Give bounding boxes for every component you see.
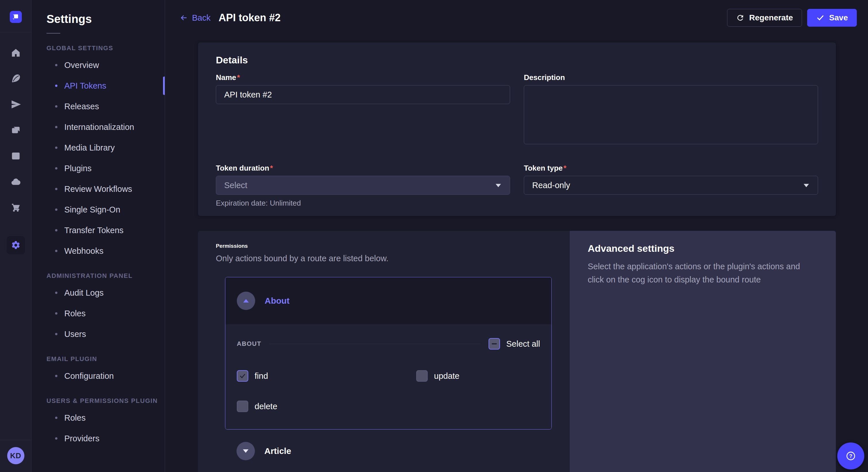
check-icon [816, 13, 825, 22]
permissions-title: Permissions [216, 243, 561, 249]
permission-checkbox-delete[interactable]: delete [237, 401, 416, 412]
bullet-icon [55, 375, 57, 377]
about-group-row: ABOUT Select all [237, 338, 540, 349]
advanced-settings-description: Select the application's actions or the … [588, 260, 818, 286]
sidebar-item-configuration[interactable]: Configuration [32, 366, 165, 386]
sidebar-item-review-workflows[interactable]: Review Workflows [32, 179, 165, 199]
sidebar-item-plugins[interactable]: Plugins [32, 158, 165, 179]
bullet-icon [55, 417, 57, 419]
page-header: Back API token #2 Regenerate Save [165, 0, 868, 30]
permission-checkbox-find[interactable]: find [237, 370, 416, 382]
media-library-icon[interactable] [11, 125, 21, 135]
description-textarea[interactable] [524, 85, 818, 144]
strapi-logo-mark [10, 11, 22, 23]
token-duration-field: Token duration* Select Expiration date: … [216, 164, 510, 208]
sidebar-item-users[interactable]: Users [32, 324, 165, 344]
required-mark: * [563, 164, 566, 172]
group-divider [269, 344, 480, 344]
required-mark: * [270, 164, 273, 172]
sidebar-item-webhooks[interactable]: Webhooks [32, 241, 165, 261]
section-label-global-settings: GLOBAL SETTINGS [46, 44, 165, 52]
active-indicator [163, 76, 165, 95]
permission-checkbox-update[interactable]: update [416, 370, 540, 382]
sidebar-item-admin-roles[interactable]: Roles [32, 303, 165, 324]
section-label-administration-panel: ADMINISTRATION PANEL [46, 272, 165, 279]
bullet-icon [55, 167, 57, 169]
permissions-subtitle: Only actions bound by a route are listed… [216, 254, 561, 263]
collapse-about-button[interactable] [237, 292, 255, 310]
cloud-icon[interactable] [11, 177, 21, 187]
triangle-down-icon [243, 449, 249, 453]
bullet-icon [55, 126, 57, 128]
expand-article-button[interactable] [237, 442, 255, 460]
sidebar-item-media-library[interactable]: Media Library [32, 137, 165, 158]
sidebar-item-releases[interactable]: Releases [32, 96, 165, 117]
chevron-down-icon [803, 183, 810, 188]
details-title: Details [216, 55, 818, 66]
bullet-icon [55, 312, 57, 314]
details-card: Details Name* Description Token duration… [198, 42, 836, 216]
select-all-checkbox[interactable]: Select all [489, 338, 540, 349]
sidebar-item-single-sign-on[interactable]: Single Sign-On [32, 199, 165, 220]
article-accordion-header[interactable]: Article [225, 430, 552, 472]
layout-icon[interactable] [11, 151, 21, 161]
back-link[interactable]: Back [179, 13, 210, 23]
paper-plane-icon[interactable] [11, 100, 21, 109]
sidebar-item-api-tokens[interactable]: API Tokens [32, 75, 165, 96]
sidebar-item-overview[interactable]: Overview [32, 55, 165, 75]
about-accordion-body: ABOUT Select all [225, 324, 551, 429]
about-accordion-header[interactable]: About [225, 277, 551, 324]
svg-text:?: ? [849, 453, 852, 459]
main-nav-rail: KD [0, 0, 32, 472]
save-button[interactable]: Save [807, 9, 857, 27]
bullet-icon [55, 64, 57, 66]
sidebar-item-audit-logs[interactable]: Audit Logs [32, 282, 165, 303]
select-all-checkbox-box[interactable] [489, 338, 500, 349]
help-button[interactable]: ? [837, 442, 864, 469]
required-mark: * [237, 73, 240, 82]
sidebar-title-divider [46, 33, 60, 34]
user-avatar[interactable]: KD [7, 447, 24, 464]
name-field: Name* [216, 73, 510, 145]
indeterminate-dash-icon [492, 343, 497, 344]
settings-gear-icon[interactable] [7, 236, 25, 255]
about-actions-grid: find update delete [237, 370, 540, 412]
bullet-icon [55, 146, 57, 149]
permissions-card: Permissions Only actions bound by a rout… [198, 231, 570, 472]
sidebar-item-transfer-tokens[interactable]: Transfer Tokens [32, 220, 165, 241]
sidebar-item-internationalization[interactable]: Internationalization [32, 117, 165, 137]
question-mark-icon: ? [844, 450, 857, 462]
bullet-icon [55, 437, 57, 440]
description-field: Description [524, 73, 818, 145]
about-accordion-title: About [265, 296, 290, 306]
regenerate-button[interactable]: Regenerate [727, 9, 802, 27]
checkbox-find-box[interactable] [237, 370, 248, 382]
advanced-settings-title: Advanced settings [588, 243, 818, 254]
sidebar-item-up-roles[interactable]: Roles [32, 407, 165, 428]
token-duration-select[interactable]: Select [216, 176, 510, 195]
section-label-email-plugin: EMAIL PLUGIN [46, 355, 165, 363]
token-type-field: Token type* Read-only [524, 164, 818, 208]
arrow-left-icon [179, 13, 188, 22]
check-icon [239, 372, 246, 380]
checkbox-update-box[interactable] [416, 370, 428, 382]
rail-bottom: KD [0, 440, 32, 472]
sidebar-item-providers[interactable]: Providers [32, 428, 165, 449]
strapi-admin-app: KD Settings GLOBAL SETTINGS Overview API… [0, 0, 868, 472]
strapi-logo[interactable] [10, 11, 22, 23]
feather-icon[interactable] [11, 74, 21, 83]
chevron-down-icon [495, 183, 502, 188]
name-input[interactable] [216, 85, 510, 104]
cart-icon[interactable] [11, 203, 21, 212]
settings-sidebar: Settings GLOBAL SETTINGS Overview API To… [32, 0, 165, 472]
advanced-settings-panel: Advanced settings Select the application… [570, 231, 836, 472]
section-label-users-permissions-plugin: USERS & PERMISSIONS PLUGIN [46, 397, 165, 405]
bullet-icon [55, 292, 57, 294]
checkbox-delete-box[interactable] [237, 401, 248, 412]
expiration-hint: Expiration date: Unlimited [216, 199, 510, 208]
token-type-select[interactable]: Read-only [524, 176, 818, 195]
header-actions: Regenerate Save [727, 9, 857, 27]
permissions-section: Permissions Only actions bound by a rout… [198, 231, 836, 472]
bullet-icon [55, 85, 57, 87]
home-icon[interactable] [11, 48, 21, 58]
